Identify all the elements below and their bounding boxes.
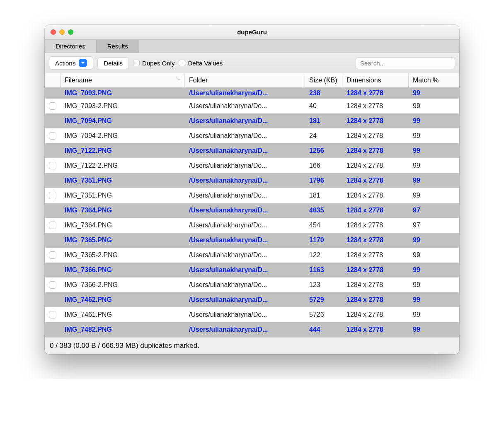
table-row[interactable]: IMG_7122-2.PNG/Users/ulianakharyna/Do...… (45, 158, 459, 173)
cell-dimensions: 1284 x 2778 (342, 99, 409, 113)
column-header-match[interactable]: Match % (409, 73, 459, 87)
cell-dimensions: 1284 x 2778 (342, 248, 409, 263)
app-window: dupeGuru Directories Results Actions Det… (45, 25, 459, 354)
status-bar: 0 / 383 (0.00 B / 666.93 MB) duplicates … (45, 337, 459, 354)
cell-dimensions: 1284 x 2778 (342, 143, 409, 158)
cell-match: 99 (409, 263, 459, 277)
row-checkbox-cell (45, 263, 61, 277)
cell-match: 99 (409, 233, 459, 248)
cell-folder: /Users/ulianakharyna/Do... (185, 158, 305, 173)
cell-filename: IMG_7461.PNG (61, 307, 185, 322)
actions-button[interactable]: Actions (49, 56, 93, 70)
table-row[interactable]: IMG_7366-2.PNG/Users/ulianakharyna/Do...… (45, 277, 459, 292)
table-row[interactable]: IMG_7365.PNG/Users/ulianakharyna/D...117… (45, 233, 459, 248)
sort-asc-icon: ⌃ (177, 78, 180, 83)
cell-dimensions: 1284 x 2778 (342, 158, 409, 173)
row-checkbox[interactable] (49, 222, 56, 229)
table-row[interactable]: IMG_7351.PNG/Users/ulianakharyna/D...179… (45, 173, 459, 188)
table-row[interactable]: IMG_7364.PNG/Users/ulianakharyna/Do...45… (45, 218, 459, 233)
toolbar: Actions Details Dupes Only Delta Values (45, 53, 459, 73)
row-checkbox[interactable] (49, 162, 56, 169)
cell-match: 99 (409, 248, 459, 263)
cell-dimensions: 1284 x 2778 (342, 188, 409, 203)
row-checkbox-cell (45, 158, 61, 173)
cell-size: 1163 (305, 263, 342, 277)
cell-filename: IMG_7093-2.PNG (61, 99, 185, 113)
row-checkbox-cell (45, 292, 61, 307)
cell-dimensions: 1284 x 2778 (342, 292, 409, 307)
cell-folder: /Users/ulianakharyna/Do... (185, 99, 305, 113)
cell-match: 99 (409, 88, 459, 99)
cell-size: 5729 (305, 292, 342, 307)
cell-size: 1170 (305, 233, 342, 248)
cell-match: 99 (409, 128, 459, 143)
cell-dimensions: 1284 x 2778 (342, 128, 409, 143)
cell-folder: /Users/ulianakharyna/Do... (185, 277, 305, 292)
row-checkbox-cell (45, 307, 61, 322)
table-row[interactable]: IMG_7364.PNG/Users/ulianakharyna/D...463… (45, 203, 459, 218)
table-row[interactable]: IMG_7365-2.PNG/Users/ulianakharyna/Do...… (45, 248, 459, 263)
cell-folder: /Users/ulianakharyna/Do... (185, 188, 305, 203)
column-headers: Filename ⌃ Folder Size (KB) Dimensions M… (45, 73, 459, 88)
chevron-down-icon (79, 59, 87, 67)
row-checkbox-cell (45, 203, 61, 218)
tab-directories[interactable]: Directories (45, 40, 97, 53)
cell-filename: IMG_7364.PNG (61, 203, 185, 218)
table-row[interactable]: IMG_7462.PNG/Users/ulianakharyna/D...572… (45, 292, 459, 307)
cell-folder: /Users/ulianakharyna/D... (185, 322, 305, 337)
cell-size: 4635 (305, 203, 342, 218)
cell-filename: IMG_7482.PNG (61, 322, 185, 337)
titlebar: dupeGuru (45, 25, 459, 40)
cell-size: 166 (305, 158, 342, 173)
cell-dimensions: 1284 x 2778 (342, 277, 409, 292)
cell-size: 181 (305, 113, 342, 128)
column-header-checkbox[interactable] (45, 73, 61, 87)
search-input[interactable] (356, 57, 455, 69)
table-row[interactable]: IMG_7482.PNG/Users/ulianakharyna/D...444… (45, 322, 459, 337)
row-checkbox[interactable] (49, 102, 56, 110)
table-row[interactable]: IMG_7461.PNG/Users/ulianakharyna/Do...57… (45, 307, 459, 322)
table-row[interactable]: IMG_7094.PNG/Users/ulianakharyna/D...181… (45, 113, 459, 128)
cell-folder: /Users/ulianakharyna/D... (185, 88, 305, 99)
row-checkbox-cell (45, 233, 61, 248)
cell-folder: /Users/ulianakharyna/Do... (185, 218, 305, 233)
row-checkbox-cell (45, 248, 61, 263)
row-checkbox[interactable] (49, 132, 56, 140)
cell-dimensions: 1284 x 2778 (342, 203, 409, 218)
column-header-filename[interactable]: Filename ⌃ (61, 73, 185, 87)
cell-dimensions: 1284 x 2778 (342, 233, 409, 248)
row-checkbox[interactable] (49, 281, 56, 289)
details-button[interactable]: Details (97, 57, 129, 69)
row-checkbox-cell (45, 218, 61, 233)
table-row[interactable]: IMG_7366.PNG/Users/ulianakharyna/D...116… (45, 263, 459, 277)
delta-values-checkbox[interactable]: Delta Values (179, 60, 223, 67)
row-checkbox[interactable] (49, 192, 56, 199)
table-row[interactable]: IMG_7093.PNG/Users/ulianakharyna/D...238… (45, 88, 459, 99)
column-header-folder[interactable]: Folder (185, 73, 305, 87)
cell-match: 99 (409, 99, 459, 113)
row-checkbox[interactable] (49, 311, 56, 318)
table-row[interactable]: IMG_7093-2.PNG/Users/ulianakharyna/Do...… (45, 99, 459, 113)
cell-dimensions: 1284 x 2778 (342, 113, 409, 128)
cell-filename: IMG_7366-2.PNG (61, 277, 185, 292)
cell-folder: /Users/ulianakharyna/D... (185, 113, 305, 128)
cell-size: 123 (305, 277, 342, 292)
cell-filename: IMG_7366.PNG (61, 263, 185, 277)
table-row[interactable]: IMG_7351.PNG/Users/ulianakharyna/Do...18… (45, 188, 459, 203)
tab-results[interactable]: Results (97, 40, 139, 53)
cell-match: 97 (409, 203, 459, 218)
cell-folder: /Users/ulianakharyna/D... (185, 263, 305, 277)
table-row[interactable]: IMG_7122.PNG/Users/ulianakharyna/D...125… (45, 143, 459, 158)
dupes-only-checkbox[interactable]: Dupes Only (133, 60, 174, 67)
row-checkbox-cell (45, 128, 61, 143)
cell-dimensions: 1284 x 2778 (342, 322, 409, 337)
cell-filename: IMG_7122-2.PNG (61, 158, 185, 173)
table-row[interactable]: IMG_7094-2.PNG/Users/ulianakharyna/Do...… (45, 128, 459, 143)
cell-folder: /Users/ulianakharyna/D... (185, 292, 305, 307)
column-header-dimensions[interactable]: Dimensions (342, 73, 409, 87)
cell-dimensions: 1284 x 2778 (342, 218, 409, 233)
row-checkbox[interactable] (49, 251, 56, 259)
cell-dimensions: 1284 x 2778 (342, 263, 409, 277)
column-header-size[interactable]: Size (KB) (305, 73, 342, 87)
cell-size: 181 (305, 188, 342, 203)
